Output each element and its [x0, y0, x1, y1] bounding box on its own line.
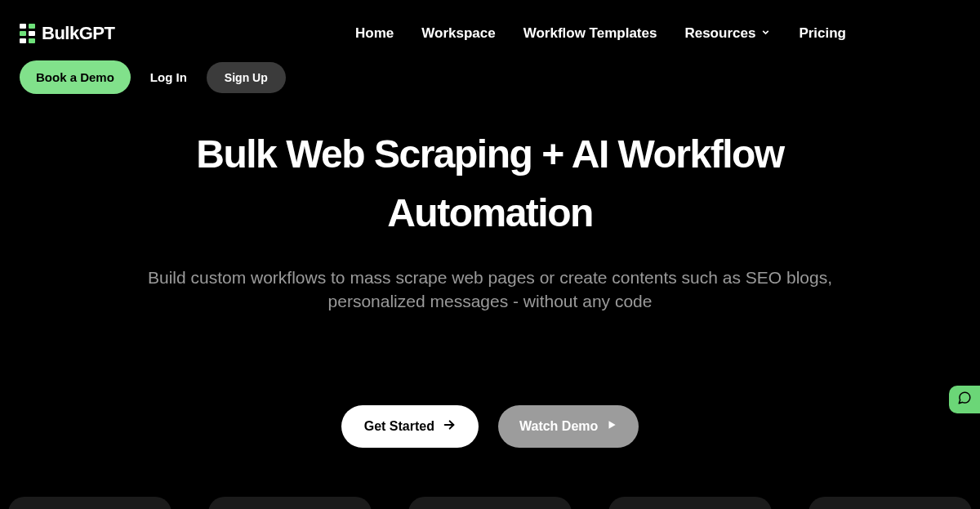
svg-marker-1 [609, 421, 616, 428]
nav-home[interactable]: Home [355, 25, 394, 42]
watch-demo-button[interactable]: Watch Demo [498, 405, 639, 448]
sign-up-label: Sign Up [225, 71, 268, 84]
feature-tile-3[interactable] [408, 497, 572, 509]
nav-resources[interactable]: Resources [684, 25, 771, 42]
logo-text: BulkGPT [42, 23, 114, 44]
hero: Bulk Web Scraping + AI Workflow Automati… [0, 94, 980, 448]
feature-tile-4[interactable] [608, 497, 772, 509]
get-started-button[interactable]: Get Started [341, 405, 479, 448]
feature-tile-2[interactable] [208, 497, 372, 509]
nav-pricing[interactable]: Pricing [799, 25, 846, 42]
nav-templates[interactable]: Workflow Templates [523, 25, 657, 42]
nav-pricing-label: Pricing [799, 25, 846, 42]
nav-workspace-label: Workspace [421, 25, 495, 42]
play-icon [606, 419, 617, 434]
header-actions: Book a Demo Log In Sign Up [0, 44, 980, 94]
header: BulkGPT Home Workspace Workflow Template… [0, 0, 980, 44]
chevron-down-icon [760, 25, 771, 42]
nav-workspace[interactable]: Workspace [421, 25, 495, 42]
log-in-label: Log In [150, 70, 187, 84]
book-demo-button[interactable]: Book a Demo [20, 60, 131, 94]
chat-widget[interactable] [949, 386, 980, 413]
feature-tile-5[interactable] [808, 497, 972, 509]
logo-icon [20, 24, 35, 43]
watch-demo-label: Watch Demo [519, 419, 598, 434]
log-in-link[interactable]: Log In [150, 70, 187, 84]
hero-subtitle: Build custom workflows to mass scrape we… [98, 266, 882, 314]
feature-tile-1[interactable] [8, 497, 172, 509]
nav-home-label: Home [355, 25, 394, 42]
get-started-label: Get Started [364, 419, 434, 434]
logo[interactable]: BulkGPT [20, 23, 114, 44]
sign-up-button[interactable]: Sign Up [207, 62, 286, 93]
arrow-right-icon [443, 418, 456, 435]
nav-templates-label: Workflow Templates [523, 25, 657, 42]
book-demo-label: Book a Demo [36, 70, 114, 84]
nav-resources-label: Resources [684, 25, 755, 42]
hero-ctas: Get Started Watch Demo [0, 405, 980, 448]
main-nav: Home Workspace Workflow Templates Resour… [355, 25, 846, 42]
chat-icon [957, 391, 972, 409]
feature-tiles [0, 497, 980, 509]
hero-title: Bulk Web Scraping + AI Workflow Automati… [139, 125, 841, 243]
